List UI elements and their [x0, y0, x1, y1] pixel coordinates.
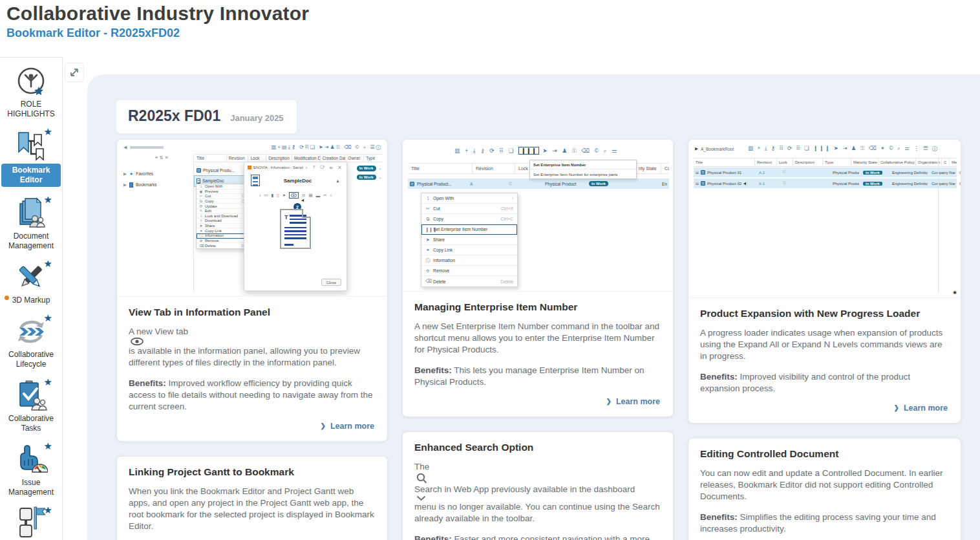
dialog-doc-name: SampleDoc — [264, 178, 332, 184]
learn-more-link[interactable]: ❯ Learn more — [700, 404, 949, 416]
tooltip-description: Set Enterprise Item Number for enterpris… — [530, 169, 636, 178]
menu-item: Copy Link — [433, 248, 453, 252]
menu-item-set-enterprise-item-number: Set Enterprise Item Number — [433, 227, 487, 232]
mini-row-org: Company Name — [930, 182, 955, 186]
sidebar-item-document-management[interactable]: ★ Document Management — [0, 189, 62, 254]
mini-information-dialog: ENOVIA - Information - SampleDoc ⌕ ? ⟳ ⌦… — [244, 162, 347, 291]
menu-item: Edit — [205, 209, 211, 213]
chevron-right-icon: ❯ — [321, 422, 326, 429]
in-work-badge: In Work — [589, 181, 608, 187]
mouse-cursor-icon: ➤ — [742, 181, 749, 186]
menu-item: Remove — [205, 239, 219, 243]
mini-row-policy: Engineering Definition — [890, 171, 928, 175]
menu-item: Download — [205, 219, 222, 222]
expand-panel-button[interactable] — [65, 63, 84, 82]
mini-row-org: Company Name — [930, 171, 955, 175]
release-version: R2025x FD01 — [128, 107, 220, 125]
in-work-badge: In Work — [357, 175, 376, 180]
collaborative-tasks-icon: ★ — [14, 380, 48, 412]
card-text: A progress loader indicates usage when e… — [700, 327, 949, 362]
cards-column-2: ▥ + ⤓ ⚷ ⟳ ⠿ ❏ ❙❙❙ ➤ ⇥ ♟ ⚿ ⌫ © ⌕ ⚌ Title … — [402, 139, 674, 540]
mini-toolbar: ▥+▤⤓⚷ ⟳⠿❏ ➤⇥♟⚿ ⌫ © ⌕ ☰ⓘ — [272, 144, 382, 151]
release-date: January 2025 — [230, 113, 283, 123]
collapse-icon: ▲ — [336, 178, 340, 183]
mini-row-org: En — [662, 182, 667, 186]
card-enterprise-item-number: ▥ + ⤓ ⚷ ⟳ ⠿ ❏ ❙❙❙ ➤ ⇥ ♟ ⚿ ⌫ © ⌕ ⚌ Title … — [402, 139, 674, 417]
card-body: Product Expansion with New Progress Load… — [688, 298, 961, 423]
mini-row-title: Physical Product 01 — [707, 171, 741, 175]
menu-item: Copy — [205, 199, 214, 203]
mini-col: Description — [266, 155, 292, 162]
sidebar-label-selected: Bookmark Editor — [1, 164, 61, 187]
card-benefits: Benefits: Faster and more consistent nav… — [414, 534, 661, 540]
new-indicator-dot — [5, 296, 9, 300]
mini-col: Owner — [346, 155, 364, 162]
mini-col: Modification D... — [292, 155, 321, 162]
menu-item: Lock and Download — [205, 214, 238, 218]
sidebar-item-bookmark-editor[interactable]: ★ Bookmark Editor — [0, 122, 62, 189]
mini-col: Maturity State — [851, 158, 879, 166]
card-text: A new View tab is available in the infor… — [129, 326, 376, 369]
sidebar-label: Issue Management — [1, 478, 61, 497]
sidebar-item-role-highlights[interactable]: ROLE HIGHLIGHTS — [0, 58, 62, 122]
menu-item: Open With — [205, 184, 222, 188]
search-icon — [416, 473, 427, 484]
view-tab-icon — [289, 192, 299, 199]
chevron-down-icon — [416, 495, 426, 501]
mini-col: Type — [823, 158, 851, 166]
mini-table-row: Physical Product... A ⚿ Physical Product… — [408, 178, 669, 189]
role-sidebar: ROLE HIGHLIGHTS ★ Bookmark Editor ★ — [0, 57, 63, 540]
sidebar-item-3d-markup[interactable]: ★ 3D Markup — [0, 254, 62, 308]
sidebar-item-partial[interactable]: ★ — [0, 500, 62, 540]
menu-item: Copy — [433, 217, 443, 221]
menu-item: Update — [205, 204, 217, 208]
role-highlights-icon — [14, 65, 48, 98]
mini-col: Title — [408, 164, 473, 173]
star-icon: ★ — [44, 259, 52, 268]
sidebar-item-collaborative-tasks[interactable]: ★ Collaborative Tasks — [0, 372, 62, 436]
enovia-logo-icon — [248, 166, 251, 169]
mini-toolbar: ▥ + ⤓ ⚷ ⟳ ⠿ ❏ ❙❙❙ ➤ ⇥ ♟ ⚿ ⌫ © ⌕ ⚌ — [454, 147, 619, 155]
card-benefits: Benefits: Simplifies the editing process… — [700, 512, 949, 535]
card-body: Linking Project Gantt to Bookmark When y… — [117, 457, 387, 540]
star-icon: ★ — [44, 313, 52, 323]
card-linking-project-gantt: Linking Project Gantt to Bookmark When y… — [116, 456, 388, 540]
menu-item: Cut — [433, 206, 440, 211]
card-text: The Search in Web App previously availab… — [414, 461, 661, 524]
star-icon: ★ — [44, 127, 52, 136]
close-button: Close — [321, 279, 341, 286]
card-title: Product Expansion with New Progress Load… — [700, 308, 949, 319]
tree-item-bookmarks: Bookmarks — [136, 182, 157, 187]
star-icon: ★ — [44, 377, 52, 387]
sidebar-label: Document Management — [1, 232, 61, 251]
mini-row-clipped: C — [957, 182, 961, 186]
mini-col: Description — [793, 158, 823, 166]
card-body: Managing Enterprise Item Number A new Se… — [403, 292, 673, 416]
card-title: Managing Enterprise Item Number — [414, 301, 661, 313]
issue-management-icon: ★ — [14, 444, 48, 476]
expand-arrows-icon — [69, 67, 80, 78]
menu-item: Remove — [433, 268, 449, 273]
release-header: R2025x FD01 January 2025 — [116, 100, 297, 133]
sidebar-item-collaborative-lifecycle[interactable]: ★ Collaborative Lifecycle — [0, 308, 62, 372]
learn-more-link[interactable]: ❯ Learn more — [414, 397, 661, 410]
feature-screenshot: ▥ + ⤓ ⚷ ⟳ ⠿ ❏ ❙❙❙ ➤ ⇥ ♟ ⚿ ⌫ © ⌕ ⚌ Title … — [403, 140, 673, 292]
collaborative-lifecycle-icon: ★ — [14, 316, 48, 348]
whats-new-panel: R2025x FD01 January 2025 ◀ ▥+▤⤓⚷ ⟳⠿❏ ➤⇥♟… — [87, 74, 980, 540]
mini-col: C — [942, 158, 950, 166]
card-text: You can now edit and update a Controlled… — [700, 468, 949, 502]
learn-more-link[interactable]: ❯ Learn more — [129, 422, 376, 435]
menu-item: Preview — [205, 189, 218, 193]
chevron-right-icon: ❯ — [606, 398, 612, 405]
menu-item: Delete — [433, 279, 446, 284]
mini-col: Type — [364, 155, 382, 162]
sidebar-item-issue-management[interactable]: ★ Issue Management — [0, 436, 62, 500]
card-text: A new Set Enterprise Item Number command… — [414, 321, 661, 356]
mini-col: Collaborative Policy — [879, 158, 916, 166]
mini-col: Lock — [777, 158, 793, 166]
dialog-tab-icons: ‹▭▮▯➤ ⊙▤▬✂› 2 ➤ — [244, 188, 346, 200]
chevron-right-icon: ❯ — [894, 404, 899, 411]
eye-icon — [131, 338, 144, 345]
mini-col: Revision — [473, 164, 515, 173]
mini-breadcrumb: ▶ A_BookmarkRoot — [695, 146, 734, 151]
